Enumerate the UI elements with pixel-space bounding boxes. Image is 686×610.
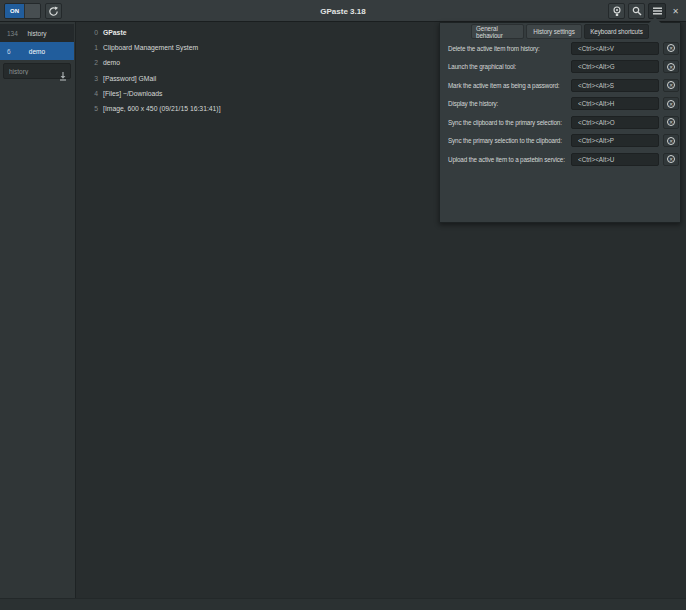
clear-icon: ✕ (667, 118, 675, 126)
search-button[interactable] (628, 3, 645, 19)
shortcut-label: Display the history: (448, 95, 498, 114)
shortcut-label: Upload the active item to a pastebin ser… (448, 150, 565, 169)
shortcut-row: Delete the active item from history: ✕ (440, 39, 680, 58)
refresh-icon (48, 6, 59, 17)
hamburger-menu-icon (653, 7, 662, 15)
item-text: [Files] ~/Downloads (103, 90, 163, 97)
close-icon: ✕ (672, 7, 679, 16)
sidebar-item-history[interactable]: 134 history (0, 24, 74, 42)
item-text: [Image, 600 x 450 (09/21/15 16:31:41)] (103, 105, 221, 112)
shortcut-label: Mark the active item as being a password… (448, 76, 559, 95)
popover-arrow (649, 17, 661, 23)
about-button[interactable] (608, 3, 625, 19)
clear-shortcut-button[interactable]: ✕ (663, 153, 679, 166)
clear-icon: ✕ (667, 137, 675, 145)
header-bar: GPaste 3.18 ON (0, 0, 686, 22)
clear-shortcut-button[interactable]: ✕ (663, 79, 679, 92)
switch-on-label: ON (5, 4, 24, 18)
item-index: 4 (89, 90, 98, 97)
history-name: history (27, 30, 46, 37)
settings-popover: General behaviour History settings Keybo… (439, 22, 681, 223)
clear-icon: ✕ (667, 63, 675, 71)
item-index: 5 (89, 105, 98, 112)
clear-icon: ✕ (667, 81, 675, 89)
tab-general-behaviour[interactable]: General behaviour (471, 24, 524, 39)
lightbulb-icon (612, 6, 622, 17)
item-text: Clipboard Management System (103, 44, 198, 51)
shortcut-row: Mark the active item as being a password… (440, 76, 680, 95)
window-title: GPaste 3.18 (0, 0, 686, 22)
item-index: 3 (89, 75, 98, 82)
history-sidebar: 134 history 6 demo (0, 22, 76, 598)
history-count: 134 (7, 30, 18, 37)
shortcut-label: Launch the graphical tool: (448, 58, 516, 77)
shortcut-row: Launch the graphical tool: ✕ (440, 58, 680, 77)
shortcut-input[interactable] (571, 116, 659, 129)
item-index: 2 (89, 59, 98, 66)
clear-shortcut-button[interactable]: ✕ (663, 134, 679, 147)
shortcut-label: Sync the primary selection to the clipbo… (448, 132, 562, 151)
shortcut-label: Sync the clipboard to the primary select… (448, 113, 562, 132)
item-text: GPaste (103, 29, 126, 36)
item-index: 1 (89, 44, 98, 51)
shortcut-label: Delete the active item from history: (448, 39, 540, 58)
shortcut-input[interactable] (571, 60, 659, 73)
gpaste-window: GPaste 3.18 ON (0, 0, 686, 610)
item-index: 0 (89, 29, 98, 36)
shortcut-input[interactable] (571, 42, 659, 55)
clear-shortcut-button[interactable]: ✕ (663, 60, 679, 73)
tracking-switch[interactable]: ON (4, 3, 41, 19)
sidebar-item-demo[interactable]: 6 demo (0, 42, 74, 60)
window-bottom-edge (0, 598, 686, 610)
switch-history-icon (59, 67, 67, 85)
shortcut-row: Sync the clipboard to the primary select… (440, 113, 680, 132)
refresh-button[interactable] (45, 3, 62, 19)
search-icon (632, 6, 642, 16)
new-history-row (0, 62, 74, 82)
switch-knob (24, 4, 40, 18)
clear-icon: ✕ (667, 44, 675, 52)
shortcut-input[interactable] (571, 97, 659, 110)
history-count: 6 (7, 48, 11, 55)
shortcut-rows: Delete the active item from history: ✕ L… (440, 39, 680, 169)
shortcut-row: Upload the active item to a pastebin ser… (440, 150, 680, 169)
clear-icon: ✕ (667, 100, 675, 108)
shortcut-input[interactable] (571, 134, 659, 147)
clear-shortcut-button[interactable]: ✕ (663, 42, 679, 55)
history-name: demo (29, 48, 45, 55)
tab-history-settings[interactable]: History settings (526, 24, 582, 39)
close-button[interactable]: ✕ (669, 4, 682, 18)
item-text: [Password] GMail (103, 75, 156, 82)
clear-icon: ✕ (667, 155, 675, 163)
shortcut-row: Display the history: ✕ (440, 95, 680, 114)
shortcut-input[interactable] (571, 79, 659, 92)
item-text: demo (103, 59, 120, 66)
clear-shortcut-button[interactable]: ✕ (663, 97, 679, 110)
clear-shortcut-button[interactable]: ✕ (663, 116, 679, 129)
shortcut-row: Sync the primary selection to the clipbo… (440, 132, 680, 151)
tab-keyboard-shortcuts[interactable]: Keyboard shortcuts (584, 24, 649, 39)
shortcut-input[interactable] (571, 153, 659, 166)
